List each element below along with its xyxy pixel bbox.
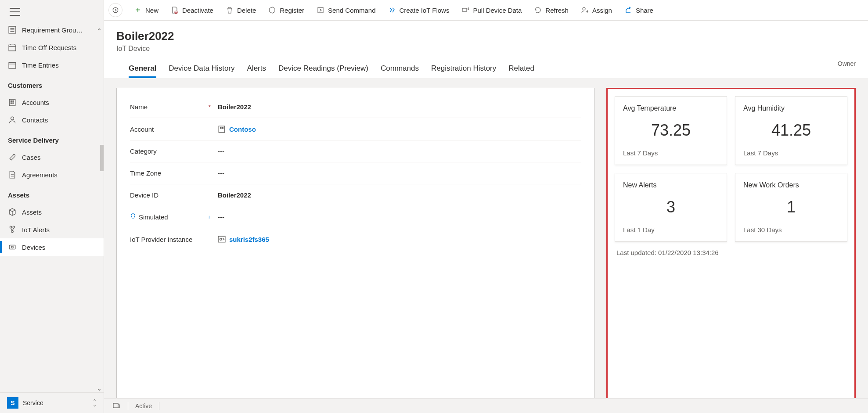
field-account[interactable]: Account Contoso xyxy=(130,118,581,140)
section-assets: Assets xyxy=(0,185,104,201)
new-button[interactable]: +New xyxy=(128,3,165,18)
pull-icon xyxy=(461,6,469,14)
sidebar-item-label: IoT Alerts xyxy=(22,226,50,233)
card-new-alerts: New Alerts 3 Last 1 Day xyxy=(615,173,727,242)
delete-button[interactable]: Delete xyxy=(220,3,262,18)
tab-related[interactable]: Related xyxy=(508,61,534,78)
section-customers: Customers xyxy=(0,75,104,92)
sidebar-item-devices[interactable]: Devices xyxy=(0,238,104,256)
deactivate-button[interactable]: Deactivate xyxy=(165,3,220,18)
record-title: Boiler2022 xyxy=(116,29,856,43)
provider-link[interactable]: sukris2fs365 xyxy=(229,236,269,243)
tab-device-data-history[interactable]: Device Data History xyxy=(169,61,234,78)
card-new-work-orders: New Work Orders 1 Last 30 Days xyxy=(735,173,847,242)
sidebar-item-cases[interactable]: Cases xyxy=(0,148,104,166)
flows-icon xyxy=(388,6,396,14)
svg-rect-13 xyxy=(9,99,15,106)
status-icon[interactable] xyxy=(113,402,121,410)
sidebar-item-time-entries[interactable]: Time Entries xyxy=(0,56,104,74)
sidebar: ⌃ Requirement Grou… Time Off Requests Ti… xyxy=(0,0,104,413)
assign-button[interactable]: Assign xyxy=(575,3,618,18)
cmd-label: Send Command xyxy=(328,7,375,14)
sidebar-item-iot-alerts[interactable]: IoT Alerts xyxy=(0,221,104,238)
create-iot-flows-button[interactable]: Create IoT Flows xyxy=(382,3,456,18)
plus-icon: + xyxy=(134,6,142,14)
sidebar-item-requirement-group[interactable]: Requirement Grou… xyxy=(0,21,104,39)
record-subtitle: IoT Device xyxy=(116,45,856,53)
tab-registration-history[interactable]: Registration History xyxy=(431,61,496,78)
sidebar-item-time-off[interactable]: Time Off Requests xyxy=(0,39,104,56)
sidebar-item-assets[interactable]: Assets xyxy=(0,203,104,221)
hint-bulb-icon xyxy=(130,213,136,221)
app-switcher[interactable]: S Service ⌃⌄ xyxy=(0,392,104,413)
svg-rect-15 xyxy=(13,101,14,102)
deactivate-icon xyxy=(171,6,179,14)
svg-rect-34 xyxy=(219,126,225,133)
tab-device-readings[interactable]: Device Readings (Preview) xyxy=(278,61,368,78)
trash-icon xyxy=(226,6,234,14)
sidebar-item-agreements[interactable]: Agreements xyxy=(0,166,104,183)
card-value: 41.25 xyxy=(743,117,839,149)
divider xyxy=(159,402,159,410)
svg-point-22 xyxy=(13,226,15,228)
card-subtitle: Last 1 Day xyxy=(623,226,719,233)
tab-commands[interactable]: Commands xyxy=(381,61,419,78)
card-value: 73.25 xyxy=(623,117,719,149)
sidebar-item-accounts[interactable]: Accounts xyxy=(0,93,104,111)
field-category[interactable]: Category --- xyxy=(130,140,581,162)
calendar-x-icon xyxy=(8,43,17,52)
field-value: Boiler2022 xyxy=(218,103,581,111)
refresh-button[interactable]: Refresh xyxy=(528,3,575,18)
app-switcher-arrows-icon[interactable]: ⌃⌄ xyxy=(93,399,97,406)
chevron-down-icon[interactable]: ⌄ xyxy=(97,385,102,392)
svg-point-18 xyxy=(11,117,14,120)
register-button[interactable]: Register xyxy=(262,3,310,18)
field-iot-provider[interactable]: IoT Provider Instance sukris2fs365 xyxy=(130,228,581,250)
svg-point-23 xyxy=(11,230,14,233)
share-button[interactable]: Share xyxy=(618,3,659,18)
svg-rect-4 xyxy=(9,45,16,51)
field-name[interactable]: Name* Boiler2022 xyxy=(130,96,581,118)
cmd-label: Assign xyxy=(592,7,612,14)
send-command-button[interactable]: Send Command xyxy=(310,3,382,18)
account-link[interactable]: Contoso xyxy=(229,126,256,133)
building-icon xyxy=(8,98,17,107)
field-value: --- xyxy=(218,147,581,155)
svg-rect-14 xyxy=(11,101,12,102)
cmd-label: New xyxy=(145,7,158,14)
send-icon xyxy=(317,6,324,14)
provider-icon xyxy=(218,235,226,243)
cube-icon xyxy=(8,208,17,216)
divider xyxy=(128,402,128,410)
record-header: Boiler2022 IoT Device Owner General Devi… xyxy=(104,21,868,78)
back-button[interactable] xyxy=(108,3,122,17)
svg-point-39 xyxy=(220,238,222,241)
pull-device-data-button[interactable]: Pull Device Data xyxy=(455,3,528,18)
scrollbar-thumb[interactable] xyxy=(100,145,104,171)
hamburger-menu-icon[interactable] xyxy=(10,8,20,16)
svg-rect-26 xyxy=(9,245,15,249)
svg-line-24 xyxy=(11,228,12,231)
field-time-zone[interactable]: Time Zone --- xyxy=(130,162,581,184)
card-title: Avg Temperature xyxy=(623,104,719,112)
sidebar-item-label: Accounts xyxy=(22,99,49,106)
svg-point-33 xyxy=(583,7,585,10)
tab-general[interactable]: General xyxy=(129,61,156,78)
cmd-label: Share xyxy=(636,7,653,14)
field-value: --- xyxy=(218,213,581,221)
field-label: IoT Provider Instance xyxy=(130,236,192,243)
field-label: Name xyxy=(130,103,148,111)
field-simulated[interactable]: Simulated + --- xyxy=(130,206,581,228)
field-label: Device ID xyxy=(130,191,158,199)
alert-icon xyxy=(8,225,17,234)
cmd-label: Create IoT Flows xyxy=(400,7,450,14)
sidebar-item-label: Agreements xyxy=(22,171,58,179)
status-text: Active xyxy=(135,402,152,409)
card-avg-temperature: Avg Temperature 73.25 Last 7 Days xyxy=(615,96,727,165)
sidebar-item-label: Time Off Requests xyxy=(22,44,76,51)
sidebar-item-contacts[interactable]: Contacts xyxy=(0,111,104,129)
field-device-id[interactable]: Device ID Boiler2022 xyxy=(130,184,581,206)
card-title: New Work Orders xyxy=(743,181,839,189)
tab-alerts[interactable]: Alerts xyxy=(247,61,266,78)
footer-status-bar: Active xyxy=(104,398,868,413)
